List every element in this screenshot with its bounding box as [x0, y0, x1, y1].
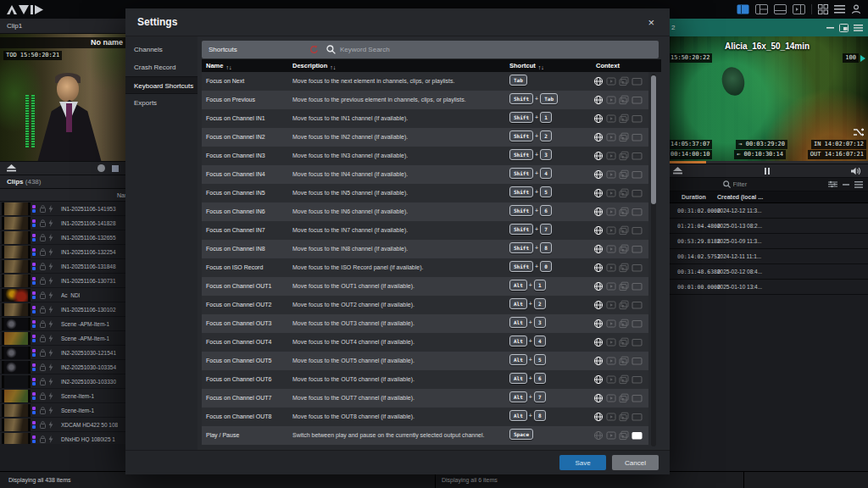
- clip-list-item[interactable]: Scene-Item-1: [0, 389, 125, 403]
- column-header-shortcut[interactable]: Shortcut↑↓: [509, 62, 536, 69]
- table-row[interactable]: 00:31:02.0000 2024-12-12 11:3...: [666, 203, 868, 219]
- shortcut-row[interactable]: Focus on Channel IN3 Move focus to the I…: [202, 147, 648, 165]
- menu-icon[interactable]: [854, 181, 863, 188]
- layout-3-icon[interactable]: [774, 4, 787, 14]
- sidebar-item-channels[interactable]: Channels: [125, 41, 198, 58]
- shortcut-context[interactable]: [593, 374, 643, 385]
- shortcut-row[interactable]: Focus on Channel OUT3 Move focus to the …: [202, 314, 648, 333]
- column-header-description[interactable]: Description↑↓: [292, 62, 327, 69]
- shortcut-row[interactable]: Play / Pause Switch between play and pau…: [202, 426, 648, 445]
- output-panel-titlebar[interactable]: 2: [666, 19, 868, 36]
- shortcut-context[interactable]: [593, 393, 643, 403]
- layout-2-icon[interactable]: [755, 4, 768, 14]
- clip-list-item[interactable]: Scene -APM-Item-1: [0, 317, 125, 331]
- category-dropdown[interactable]: Shortcuts: [202, 46, 308, 53]
- menu-icon[interactable]: [854, 25, 863, 31]
- shortcut-context[interactable]: [593, 207, 643, 217]
- cancel-button[interactable]: Cancel: [612, 455, 659, 470]
- shortcut-row[interactable]: Focus on Channel IN1 Move focus to the I…: [202, 109, 648, 128]
- shortcut-context[interactable]: [593, 188, 643, 198]
- clip-list-item[interactable]: IN2-20251030-121541: [0, 346, 125, 360]
- shortcut-context[interactable]: [593, 151, 643, 161]
- close-icon[interactable]: ×: [644, 15, 658, 30]
- clip-list-item[interactable]: IN2-20251030-103354: [0, 360, 125, 374]
- shortcut-row[interactable]: Focus on Next Move focus to the next ele…: [202, 72, 648, 91]
- minimize-icon[interactable]: [826, 25, 834, 30]
- clip-list-item[interactable]: IN1-20251106-141828: [0, 216, 125, 230]
- shortcut-context[interactable]: [593, 76, 643, 86]
- clip-list-item[interactable]: IN1-20251106-132254: [0, 245, 125, 259]
- clip1-monitor[interactable]: No name TOD 15:50:20:21: [0, 34, 125, 161]
- scrollbar[interactable]: [651, 74, 656, 446]
- clip-list-item[interactable]: DNxHD HQ 1080i25 1: [0, 432, 125, 444]
- sidebar-item-exports[interactable]: Exports: [125, 94, 198, 112]
- scrollbar-thumb[interactable]: [651, 75, 656, 204]
- shortcut-row[interactable]: Focus on Channel OUT2 Move focus to the …: [202, 296, 648, 314]
- eject-icon[interactable]: [7, 164, 16, 172]
- clip-list-item[interactable]: Ac_NDI: [0, 288, 125, 302]
- eject-icon[interactable]: [673, 167, 682, 175]
- speaker-icon[interactable]: [851, 167, 861, 175]
- shortcut-context[interactable]: [593, 225, 643, 236]
- reset-icon[interactable]: [309, 45, 319, 54]
- sidebar-item-keyboard-shortcuts[interactable]: Keyboard Shortcuts: [125, 76, 198, 94]
- shortcut-context[interactable]: [593, 114, 643, 124]
- pause-icon[interactable]: [765, 168, 770, 175]
- minus-icon[interactable]: [843, 181, 849, 188]
- pip-icon[interactable]: [839, 24, 849, 32]
- layout-1-icon[interactable]: [737, 4, 749, 14]
- clips-name-column-header[interactable]: Name: [0, 189, 125, 202]
- shortcut-row[interactable]: Focus on Channel IN5 Move focus to the I…: [202, 184, 648, 202]
- output-monitor[interactable]: Alicia_16x_50_14min 15:50:20:22 100 14:0…: [666, 36, 868, 164]
- shortcut-context[interactable]: [593, 281, 643, 291]
- shortcut-row[interactable]: Focus on Channel IN4 Move focus to the I…: [202, 165, 648, 184]
- stop-icon[interactable]: [112, 165, 119, 172]
- menu-icon[interactable]: [834, 5, 845, 14]
- shortcut-context[interactable]: [593, 263, 643, 273]
- sidebar-item-crash-record[interactable]: Crash Record: [125, 58, 198, 76]
- duration-table-header[interactable]: Duration Created (local ...: [666, 191, 868, 203]
- shortcut-row[interactable]: Focus on Channel IN6 Move focus to the I…: [202, 202, 648, 221]
- clip-list-item[interactable]: Scene-Item-1: [0, 403, 125, 418]
- shortcut-row[interactable]: Focus on Channel OUT4 Move focus to the …: [202, 333, 648, 352]
- table-row[interactable]: 01:21:04.4800 2025-01-13 08:2...: [666, 219, 868, 234]
- table-row[interactable]: 00:31:48.6380 2025-02-12 08:4...: [666, 264, 868, 280]
- shortcut-row[interactable]: Focus on ISO Record Move focus to the IS…: [202, 258, 648, 277]
- filter-input[interactable]: [733, 180, 777, 188]
- shortcut-row[interactable]: Focus on Previous Move focus to the prev…: [202, 91, 648, 109]
- clip-list-item[interactable]: IN2-20251030-103330: [0, 374, 125, 389]
- table-row[interactable]: 00:01:00.0000 2025-01-10 13:4...: [666, 280, 868, 295]
- shortcut-context[interactable]: [593, 244, 643, 254]
- shortcut-context[interactable]: [593, 169, 643, 180]
- shortcut-context[interactable]: [593, 337, 643, 347]
- grid-icon[interactable]: [818, 4, 828, 14]
- keyword-search-input[interactable]: [340, 46, 659, 53]
- save-button[interactable]: Save: [559, 455, 606, 470]
- shortcut-context[interactable]: [593, 300, 643, 310]
- shortcut-context[interactable]: [593, 95, 643, 105]
- shortcut-row[interactable]: Focus on Channel IN7 Move focus to the I…: [202, 221, 648, 240]
- shortcut-row[interactable]: Focus on Channel OUT7 Move focus to the …: [202, 389, 648, 408]
- table-row[interactable]: 00:53:29.8188 2025-01-09 11:3...: [666, 234, 868, 249]
- shortcut-row[interactable]: Focus on Channel IN8 Move focus to the I…: [202, 240, 648, 258]
- shortcut-context[interactable]: [593, 356, 643, 366]
- clip-list-item[interactable]: IN1-20251106-130731: [0, 274, 125, 288]
- clip-list-item[interactable]: IN1-20251106-141953: [0, 202, 125, 216]
- layout-4-icon[interactable]: [793, 4, 805, 14]
- shortcut-context[interactable]: [593, 412, 643, 422]
- shortcut-row[interactable]: Focus on Channel IN2 Move focus to the I…: [202, 128, 648, 147]
- shortcut-row[interactable]: Focus on Channel OUT1 Move focus to the …: [202, 277, 648, 296]
- clip-list-item[interactable]: IN1-20251106-132655: [0, 230, 125, 245]
- shortcut-row[interactable]: Focus on Channel OUT8 Move focus to the …: [202, 408, 648, 426]
- shortcut-row[interactable]: Focus on Channel OUT5 Move focus to the …: [202, 352, 648, 370]
- table-row[interactable]: 00:14:02.5751 2024-12-11 11:1...: [666, 249, 868, 264]
- clip-list-item[interactable]: IN1-20251106-131848: [0, 259, 125, 274]
- record-icon[interactable]: [97, 164, 105, 172]
- shortcut-context[interactable]: [593, 319, 643, 329]
- shuffle-icon[interactable]: [854, 128, 864, 136]
- shortcut-context[interactable]: [593, 430, 643, 441]
- shortcut-context[interactable]: [593, 132, 643, 142]
- column-header-name[interactable]: Name↑↓: [206, 62, 223, 69]
- clip-list-item[interactable]: IN1-20251106-130102: [0, 302, 125, 317]
- shortcut-row[interactable]: Focus on Channel OUT6 Move focus to the …: [202, 370, 648, 389]
